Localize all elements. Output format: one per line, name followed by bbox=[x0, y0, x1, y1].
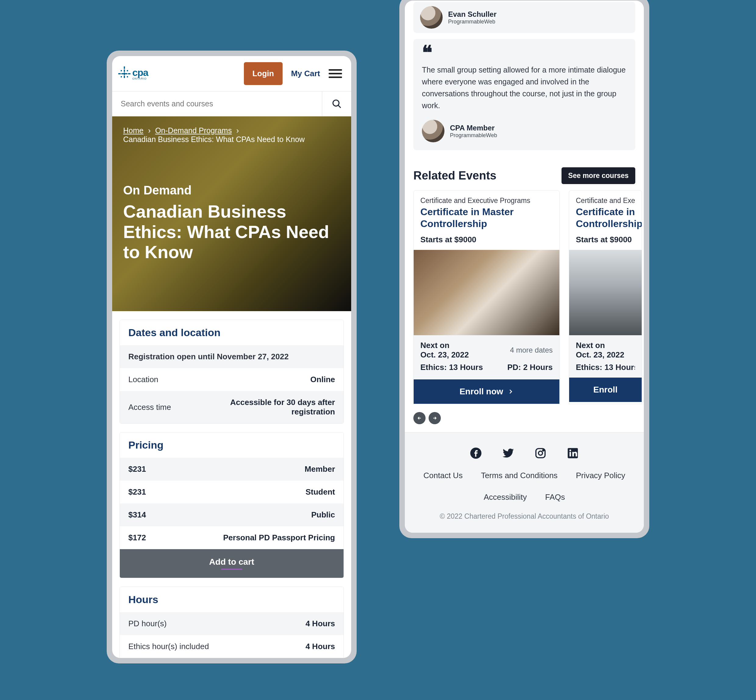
footer-terms[interactable]: Terms and Conditions bbox=[481, 471, 557, 480]
access-label: Access time bbox=[128, 403, 171, 412]
ethics-hours-label: Ethics hour(s) included bbox=[128, 642, 209, 651]
facebook-link[interactable] bbox=[470, 447, 482, 459]
footer-contact[interactable]: Contact Us bbox=[423, 471, 463, 480]
related-1-next-date: Oct. 23, 2022 bbox=[420, 350, 469, 359]
svg-rect-7 bbox=[128, 73, 130, 74]
location-row: Location Online bbox=[120, 368, 344, 391]
testimonial-2: ❝ The small group setting allowed for a … bbox=[413, 39, 635, 150]
logo-text: cpa bbox=[132, 67, 148, 78]
breadcrumb-home[interactable]: Home bbox=[123, 126, 144, 135]
enroll-button-1[interactable]: Enroll now bbox=[414, 380, 559, 404]
svg-rect-0 bbox=[124, 66, 125, 69]
svg-rect-4 bbox=[118, 73, 121, 74]
pd-hours-label: PD hour(s) bbox=[128, 619, 167, 628]
related-card-2[interactable]: Certificate and Exe Certificate in Contr… bbox=[569, 190, 642, 404]
pager bbox=[405, 404, 644, 432]
menu-icon[interactable] bbox=[329, 69, 342, 78]
search-button[interactable] bbox=[322, 91, 351, 116]
logo[interactable]: cpa ONTARIO bbox=[118, 66, 148, 81]
related-2-next-date: Oct. 23, 2022 bbox=[576, 350, 635, 359]
logo-subtext: ONTARIO bbox=[132, 77, 148, 80]
svg-point-12 bbox=[333, 100, 339, 106]
registration-row: Registration open until November 27, 202… bbox=[120, 345, 344, 368]
instagram-link[interactable] bbox=[534, 447, 546, 459]
testimonial-2-sub: ProgrammableWeb bbox=[450, 132, 497, 139]
next-button[interactable] bbox=[429, 412, 441, 424]
svg-rect-1 bbox=[124, 69, 125, 72]
pricing-head: Pricing bbox=[120, 433, 344, 458]
footer: Contact Us Terms and Conditions Privacy … bbox=[405, 432, 644, 533]
socials bbox=[417, 447, 632, 459]
breadcrumb-programs[interactable]: On-Demand Programs bbox=[155, 126, 232, 135]
related-2-image bbox=[569, 250, 642, 335]
login-button[interactable]: Login bbox=[244, 62, 283, 85]
testimonial-1-name: Evan Schuller bbox=[448, 10, 496, 19]
my-cart-link[interactable]: My Cart bbox=[291, 69, 320, 78]
svg-line-13 bbox=[338, 105, 341, 108]
price-student-label: Student bbox=[305, 487, 335, 497]
footer-privacy[interactable]: Privacy Policy bbox=[576, 471, 625, 480]
footer-faqs[interactable]: FAQs bbox=[545, 492, 565, 502]
svg-point-19 bbox=[543, 450, 544, 451]
linkedin-link[interactable] bbox=[567, 447, 579, 459]
related-1-pd: PD: 2 Hours bbox=[507, 362, 553, 372]
prev-button[interactable] bbox=[413, 412, 426, 424]
pd-hours-row: PD hour(s) 4 Hours bbox=[120, 612, 344, 635]
related-1-price: Starts at $9000 bbox=[414, 230, 559, 250]
svg-point-18 bbox=[538, 452, 542, 455]
quote-icon: ❝ bbox=[422, 47, 627, 58]
related-scroll[interactable]: Certificate and Executive Programs Certi… bbox=[405, 190, 644, 404]
add-to-cart-button[interactable]: Add to cart bbox=[120, 549, 344, 578]
search-input[interactable] bbox=[112, 91, 322, 116]
ethics-hours-row: Ethics hour(s) included 4 Hours bbox=[120, 635, 344, 658]
related-1-title: Certificate in Master Controllership bbox=[414, 206, 559, 230]
arrow-left-icon bbox=[417, 416, 422, 420]
related-1-image bbox=[414, 250, 559, 335]
arrow-right-icon bbox=[432, 416, 437, 420]
linkedin-icon bbox=[567, 447, 579, 459]
access-row: Access time Accessible for 30 days after… bbox=[120, 391, 344, 423]
price-student: $231 bbox=[128, 487, 146, 497]
related-1-ethics: Ethics: 13 Hours bbox=[420, 362, 483, 372]
footer-links: Contact Us Terms and Conditions Privacy … bbox=[417, 471, 632, 502]
page-title: Canadian Business Ethics: What CPAs Need… bbox=[123, 202, 340, 262]
enroll-1-label: Enroll now bbox=[459, 387, 503, 397]
svg-rect-10 bbox=[121, 76, 122, 77]
breadcrumb-current: Canadian Business Ethics: What CPAs Need… bbox=[123, 135, 305, 144]
twitter-icon bbox=[502, 447, 514, 459]
footer-accessibility[interactable]: Accessibility bbox=[484, 492, 527, 502]
registration-text: Registration open until November 27, 202… bbox=[128, 352, 289, 361]
instagram-icon bbox=[534, 447, 546, 459]
hero-label: On Demand bbox=[123, 183, 340, 197]
testimonial-2-quote: The small group setting allowed for a mo… bbox=[422, 64, 627, 111]
svg-rect-6 bbox=[125, 73, 127, 74]
location-label: Location bbox=[128, 375, 158, 384]
facebook-icon bbox=[470, 447, 482, 459]
twitter-link[interactable] bbox=[502, 447, 514, 459]
price-member: $231 bbox=[128, 464, 146, 474]
dates-head: Dates and location bbox=[120, 320, 344, 345]
related-1-more-dates: 4 more dates bbox=[510, 346, 553, 355]
related-2-title: Certificate in Controllership bbox=[569, 206, 642, 230]
location-value: Online bbox=[310, 375, 335, 384]
svg-rect-3 bbox=[124, 76, 125, 78]
related-2-next-label: Next on bbox=[576, 341, 635, 350]
screen-left: cpa ONTARIO Login My Cart Home › O bbox=[112, 56, 351, 658]
svg-rect-11 bbox=[127, 76, 128, 77]
screen-right: Evan Schuller ProgrammableWeb ❝ The smal… bbox=[405, 1, 644, 533]
related-card-1[interactable]: Certificate and Executive Programs Certi… bbox=[413, 190, 560, 404]
svg-point-22 bbox=[570, 450, 571, 452]
add-to-cart-label: Add to cart bbox=[209, 557, 254, 567]
price-row-public: $314 Public bbox=[120, 503, 344, 526]
dates-card: Dates and location Registration open unt… bbox=[119, 320, 344, 423]
related-head: Related Events See more courses bbox=[405, 156, 644, 190]
related-2-price: Starts at $9000 bbox=[569, 230, 642, 250]
related-1-category: Certificate and Executive Programs bbox=[414, 191, 559, 206]
price-row-student: $231 Student bbox=[120, 481, 344, 503]
enroll-button-2[interactable]: Enroll bbox=[569, 378, 642, 402]
breadcrumb: Home › On-Demand Programs › Canadian Bus… bbox=[123, 126, 340, 144]
phone-right: Evan Schuller ProgrammableWeb ❝ The smal… bbox=[399, 0, 649, 538]
see-more-button[interactable]: See more courses bbox=[562, 167, 635, 184]
access-value: Accessible for 30 days after registratio… bbox=[215, 398, 335, 417]
related-2-meta: Next on Oct. 23, 2022 Ethics: 13 Hours bbox=[569, 335, 642, 378]
